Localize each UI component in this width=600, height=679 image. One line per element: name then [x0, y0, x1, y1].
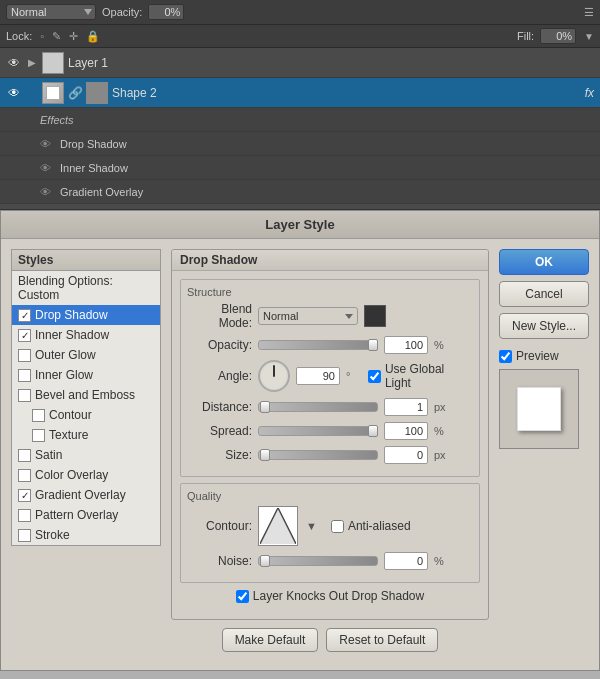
- contour-dropdown-icon[interactable]: ▼: [306, 520, 317, 532]
- style-item-inner-glow[interactable]: Inner Glow: [12, 365, 160, 385]
- size-slider-track[interactable]: [258, 450, 378, 460]
- cancel-button[interactable]: Cancel: [499, 281, 589, 307]
- style-item-texture[interactable]: Texture: [12, 425, 160, 445]
- layer-expand-icon[interactable]: ▶: [26, 57, 38, 69]
- knockout-row: Layer Knocks Out Drop Shadow: [180, 589, 480, 603]
- inner-shadow-checkbox[interactable]: ✓: [18, 329, 31, 342]
- spread-slider-track[interactable]: [258, 426, 378, 436]
- blend-mode-dropdown[interactable]: Normal: [258, 307, 358, 325]
- bevel-emboss-checkbox[interactable]: [18, 389, 31, 402]
- knockout-checkbox[interactable]: [236, 590, 249, 603]
- lock-paint-btn[interactable]: ✎: [50, 30, 63, 43]
- style-item-blending[interactable]: Blending Options: Custom: [12, 271, 160, 305]
- lock-move-btn[interactable]: ✛: [67, 30, 80, 43]
- shape2-visibility-icon[interactable]: 👁: [6, 85, 22, 101]
- effect-row-inner-shadow[interactable]: 👁 Inner Shadow: [0, 156, 600, 180]
- inner-shadow-visibility-icon[interactable]: 👁: [40, 162, 56, 174]
- opacity-slider-track[interactable]: [258, 340, 378, 350]
- anti-alias-checkbox[interactable]: [331, 520, 344, 533]
- style-item-color-overlay[interactable]: Color Overlay: [12, 465, 160, 485]
- style-item-satin[interactable]: Satin: [12, 445, 160, 465]
- style-label-drop-shadow: Drop Shadow: [35, 308, 108, 322]
- opacity-row: Opacity: %: [187, 336, 473, 354]
- style-item-gradient-overlay[interactable]: ✓ Gradient Overlay: [12, 485, 160, 505]
- style-item-bevel-emboss[interactable]: Bevel and Emboss: [12, 385, 160, 405]
- contour-svg: [260, 508, 296, 544]
- distance-unit: px: [434, 401, 450, 413]
- make-default-button[interactable]: Make Default: [222, 628, 319, 652]
- opacity-field[interactable]: [384, 336, 428, 354]
- style-label-gradient-overlay: Gradient Overlay: [35, 488, 126, 502]
- layer-visibility-icon[interactable]: 👁: [6, 55, 22, 71]
- new-style-button[interactable]: New Style...: [499, 313, 589, 339]
- angle-dial[interactable]: [258, 360, 290, 392]
- layers-panel: Normal Opacity: ☰ Lock: ◦ ✎ ✛ 🔒 Fill: ▼ …: [0, 0, 600, 210]
- buttons-column: OK Cancel New Style... Preview: [499, 249, 589, 660]
- spread-label: Spread:: [187, 424, 252, 438]
- structure-title: Structure: [187, 286, 473, 298]
- texture-checkbox[interactable]: [32, 429, 45, 442]
- style-item-contour[interactable]: Contour: [12, 405, 160, 425]
- effect-row-drop-shadow[interactable]: 👁 Drop Shadow: [0, 132, 600, 156]
- noise-slider-track[interactable]: [258, 556, 378, 566]
- drop-shadow-section-inner: Structure Blend Mode: Normal Opacity:: [172, 271, 488, 619]
- gradient-overlay-visibility-icon[interactable]: 👁: [40, 186, 56, 198]
- structure-subsection: Structure Blend Mode: Normal Opacity:: [180, 279, 480, 477]
- global-light-checkbox[interactable]: [368, 370, 381, 383]
- spread-slider-thumb[interactable]: [368, 425, 378, 437]
- preview-checkbox[interactable]: [499, 350, 512, 363]
- style-item-inner-shadow[interactable]: ✓ Inner Shadow: [12, 325, 160, 345]
- global-light-label[interactable]: Use Global Light: [368, 362, 473, 390]
- contour-label: Contour:: [187, 519, 252, 533]
- shadow-color-swatch[interactable]: [364, 305, 386, 327]
- angle-field[interactable]: [296, 367, 340, 385]
- lock-all-btn[interactable]: 🔒: [84, 30, 102, 43]
- distance-slider-thumb[interactable]: [260, 401, 270, 413]
- reset-default-button[interactable]: Reset to Default: [326, 628, 438, 652]
- style-item-outer-glow[interactable]: Outer Glow: [12, 345, 160, 365]
- noise-field[interactable]: [384, 552, 428, 570]
- distance-slider-track[interactable]: [258, 402, 378, 412]
- style-label-inner-glow: Inner Glow: [35, 368, 93, 382]
- preview-box: [499, 369, 579, 449]
- outer-glow-checkbox[interactable]: [18, 349, 31, 362]
- size-slider-thumb[interactable]: [260, 449, 270, 461]
- blend-mode-select[interactable]: Normal: [6, 4, 96, 20]
- angle-label: Angle:: [187, 369, 252, 383]
- knockout-label[interactable]: Layer Knocks Out Drop Shadow: [236, 589, 424, 603]
- lock-transparency-btn[interactable]: ◦: [38, 30, 46, 42]
- distance-label: Distance:: [187, 400, 252, 414]
- opacity-slider-thumb[interactable]: [368, 339, 378, 351]
- effect-row-gradient-overlay[interactable]: 👁 Gradient Overlay: [0, 180, 600, 204]
- drop-shadow-checkbox[interactable]: ✓: [18, 309, 31, 322]
- blend-mode-label: Blend Mode:: [187, 302, 252, 330]
- size-field[interactable]: [384, 446, 428, 464]
- layer-row-layer1[interactable]: 👁 ▶ Layer 1: [0, 48, 600, 78]
- color-overlay-checkbox[interactable]: [18, 469, 31, 482]
- ok-button[interactable]: OK: [499, 249, 589, 275]
- content-panel: Drop Shadow Structure Blend Mode: Normal: [171, 249, 489, 660]
- spread-field[interactable]: [384, 422, 428, 440]
- style-item-stroke[interactable]: Stroke: [12, 525, 160, 545]
- effect-row-effects-label: Effects: [0, 108, 600, 132]
- contour-checkbox[interactable]: [32, 409, 45, 422]
- satin-checkbox[interactable]: [18, 449, 31, 462]
- fill-input[interactable]: [540, 28, 576, 44]
- distance-field[interactable]: [384, 398, 428, 416]
- layer-row-shape2[interactable]: 👁 🔗 Shape 2 fx: [0, 78, 600, 108]
- anti-alias-label[interactable]: Anti-aliased: [331, 519, 411, 533]
- style-item-drop-shadow[interactable]: ✓ Drop Shadow: [12, 305, 160, 325]
- inner-glow-checkbox[interactable]: [18, 369, 31, 382]
- stroke-checkbox[interactable]: [18, 529, 31, 542]
- opacity-input[interactable]: [148, 4, 184, 20]
- contour-preview[interactable]: [258, 506, 298, 546]
- drop-shadow-section-title: Drop Shadow: [172, 250, 488, 271]
- noise-slider-thumb[interactable]: [260, 555, 270, 567]
- gradient-overlay-checkbox[interactable]: ✓: [18, 489, 31, 502]
- pattern-overlay-checkbox[interactable]: [18, 509, 31, 522]
- drop-shadow-visibility-icon[interactable]: 👁: [40, 138, 56, 150]
- options-menu-icon[interactable]: ☰: [584, 6, 594, 19]
- quality-title: Quality: [187, 490, 473, 502]
- style-item-pattern-overlay[interactable]: Pattern Overlay: [12, 505, 160, 525]
- style-label-texture: Texture: [49, 428, 88, 442]
